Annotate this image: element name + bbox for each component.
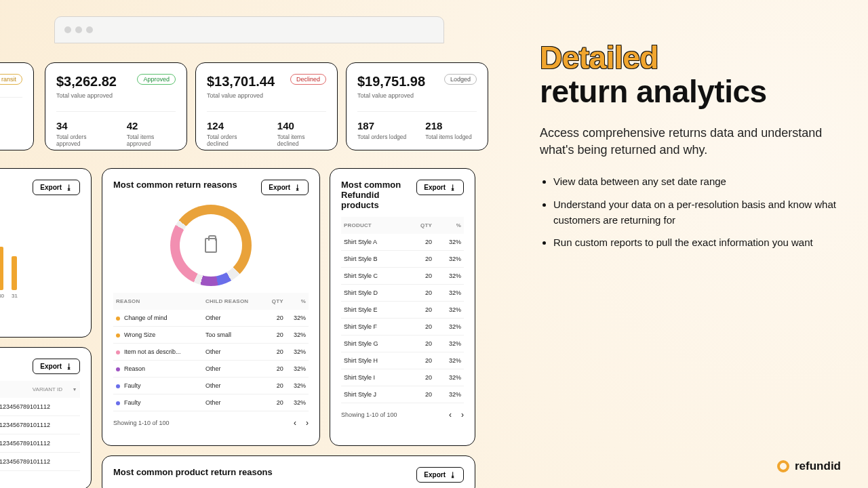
table-row: ReasonOther2032% [113,361,309,378]
export-label: Export [40,184,62,191]
status-badge: Lodged [444,74,477,85]
table-row: Shirt Style B2032% [341,251,464,268]
export-label: Export [40,363,62,370]
status-badge: Approved [137,74,176,85]
table-row: Shirt Style H2032% [341,352,464,369]
export-label: Export [424,184,446,191]
summary-card-lodged: $19,751.98 Total value approved Lodged 1… [346,62,488,150]
status-badge: ransit [0,74,22,85]
brand-ring-icon [777,460,789,472]
hero-bullet: View data between any set date range [553,174,838,189]
table-row: Shirt Style I2032% [341,369,464,386]
table-row: FaultyOther2032% [113,394,309,411]
table-row: Shirt Style J2032% [341,386,464,403]
x-tick: 30 [0,293,3,299]
table-row: Shirt Style G2032% [341,336,464,352]
table-row: Change of mindOther2032% [113,310,309,327]
export-button[interactable]: Export ⭳ [33,180,80,195]
table-row: Shirt Style A2032% [341,234,464,251]
table-row: Shirt Style F2032% [341,319,464,336]
summary-value: $3,262.82 [56,74,117,89]
table-row: Shirt Style E2032% [341,302,464,319]
summary-card-transit: ransit ransit [0,62,34,150]
summary-card-approved: $3,262.82 Total value approved Approved … [45,62,187,150]
col-header: VARIANT ID [33,386,62,392]
donut-chart [170,205,252,286]
download-icon: ⭳ [450,184,456,191]
next-page-button[interactable]: › [306,418,309,428]
summary-caption: Total value approved [357,92,425,99]
export-button[interactable]: Export ⭳ [261,180,309,195]
window-dot-icon [75,26,82,33]
summary-value: $19,751.98 [357,74,425,89]
download-icon: ⭳ [66,363,73,370]
bar [12,256,17,290]
export-button[interactable]: Export ⭳ [33,359,80,374]
paging-text: Showing 1-10 of 100 [113,420,170,426]
table-row: 89101112123456789101112 [0,434,80,453]
products-card: Most common Refundid products Export ⭳ P… [330,168,475,446]
table-row: Shirt Style D2032% [341,285,464,302]
prev-page-button[interactable]: ‹ [294,418,296,428]
export-button[interactable]: Export ⭳ [416,180,464,195]
panel-title: Most common Refundid products [341,180,416,210]
download-icon: ⭳ [294,184,301,191]
panel-title: Most common product return reasons [113,467,273,477]
summary-value: $13,701.44 [207,74,275,89]
export-button[interactable]: Export ⭳ [416,467,464,483]
summary-caption: Total value approved [207,92,275,99]
paging-text: Showing 1-10 of 100 [341,411,397,418]
table-row: Item not as describ...Other2032% [113,344,309,361]
window-dot-icon [64,26,71,33]
table-row: FaultyOther2032% [113,378,309,394]
return-reasons-card: Most common return reasons Export ⭳ REAS… [102,168,320,446]
product-return-reasons-card: Most common product return reasons Expor… [102,455,475,488]
table-row: Shirt Style C2032% [341,268,464,285]
table-row: 89101112123456789101112 [0,453,80,471]
hero-text: Detailed return analytics Access compreh… [540,39,838,257]
bar-chart [0,236,80,290]
summary-caption: Total value approved [56,92,117,99]
hero-bullet: Understand your data on a per-resolution… [553,197,838,228]
window-dot-icon [86,26,93,33]
hero-bullets: View data between any set date rangeUnde… [540,174,838,250]
summary-card-declined: $13,701.44 Total value approved Declined… [195,62,338,150]
hero-title: return analytics [540,73,838,110]
next-page-button[interactable]: › [461,410,464,420]
bar-chart-card: Export ⭳ 262728293031 [0,168,92,338]
table-row: 89101112123456789101112 [0,398,80,416]
prev-page-button[interactable]: ‹ [449,410,452,420]
clipboard-icon [205,238,217,253]
panel-title: Most common return reasons [113,180,237,190]
sort-icon: ▾ [73,386,76,392]
download-icon: ⭳ [450,471,456,479]
brand-name: refundid [795,460,841,473]
status-badge: Declined [290,74,326,85]
hero-bullet: Run custom reports to pull the exact inf… [553,235,838,250]
table-row: Wrong SizeToo small2032% [113,327,309,344]
export-label: Export [269,184,290,191]
id-table-card: Export ⭳ T ID▾ VARIANT ID▾ 8910111212345… [0,347,92,488]
bar-chart-xaxis: 262728293031 [0,293,80,299]
hero-subtext: Access comprehensive returns data and un… [540,125,825,159]
export-label: Export [424,471,446,479]
browser-window-chrome [54,16,444,43]
brand-logo: refundid [777,460,841,473]
x-tick: 31 [12,293,17,299]
products-table: PRODUCTQTY% Shirt Style A2032%Shirt Styl… [341,217,464,403]
dashboard-collage: ransit ransit $3,262.82 Total value appr… [0,0,515,488]
sort-icon: ▾ [0,386,22,392]
hero-title-accent: Detailed [540,39,838,76]
table-row: 89101112123456789101112 [0,416,80,434]
bar [0,247,3,290]
reasons-table: REASONCHILD REASONQTY% Change of mindOth… [113,293,309,411]
download-icon: ⭳ [66,184,73,191]
